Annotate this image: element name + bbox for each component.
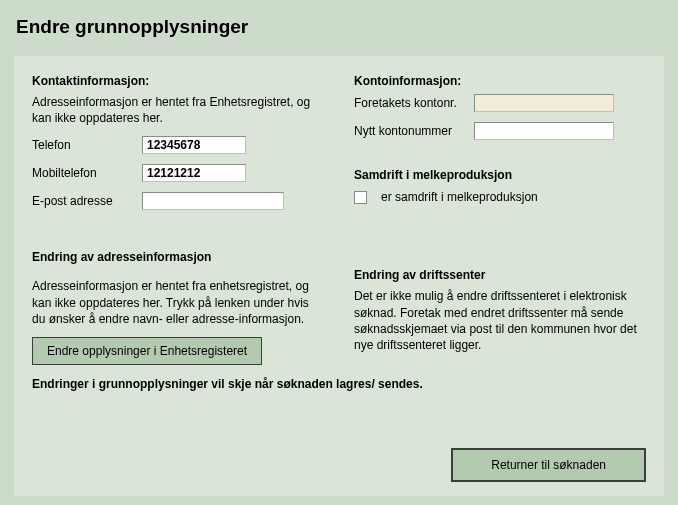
account-value: [474, 94, 614, 112]
phone-input[interactable]: [142, 136, 246, 154]
save-notice: Endringer i grunnopplysninger vil skje n…: [32, 377, 646, 391]
change-in-registry-button[interactable]: Endre opplysninger i Enhetsregisteret: [32, 337, 262, 365]
mobile-input[interactable]: [142, 164, 246, 182]
drift-change-header: Endring av driftssenter: [354, 268, 646, 282]
email-input[interactable]: [142, 192, 284, 210]
samdrift-checkbox-label: er samdrift i melkeproduksjon: [381, 190, 538, 204]
new-account-label: Nytt kontonummer: [354, 124, 474, 138]
account-label: Foretakets kontonr.: [354, 96, 474, 110]
return-button[interactable]: Returner til søknaden: [451, 448, 646, 482]
address-change-column: Endring av adresseinformasjon Adresseinf…: [32, 250, 324, 365]
contact-column: Kontaktinformasjon: Adresseinformasjon e…: [32, 74, 324, 220]
samdrift-header: Samdrift i melkeproduksjon: [354, 168, 646, 182]
address-change-help: Adresseinformasjon er hentet fra enhetsr…: [32, 278, 324, 327]
samdrift-checkbox[interactable]: [354, 191, 367, 204]
contact-header: Kontaktinformasjon:: [32, 74, 324, 88]
mobile-label: Mobiltelefon: [32, 166, 142, 180]
new-account-input[interactable]: [474, 122, 614, 140]
drift-change-column: Endring av driftssenter Det er ikke muli…: [354, 250, 646, 365]
account-header: Kontoinformasjon:: [354, 74, 646, 88]
email-label: E-post adresse: [32, 194, 142, 208]
main-panel: Kontaktinformasjon: Adresseinformasjon e…: [14, 56, 664, 496]
account-column: Kontoinformasjon: Foretakets kontonr. Ny…: [354, 74, 646, 220]
phone-label: Telefon: [32, 138, 142, 152]
page-title: Endre grunnopplysninger: [16, 16, 664, 38]
address-change-header: Endring av adresseinformasjon: [32, 250, 324, 264]
drift-change-help: Det er ikke mulig å endre driftssenteret…: [354, 288, 646, 353]
contact-help: Adresseinformasjon er hentet fra Enhetsr…: [32, 94, 324, 126]
